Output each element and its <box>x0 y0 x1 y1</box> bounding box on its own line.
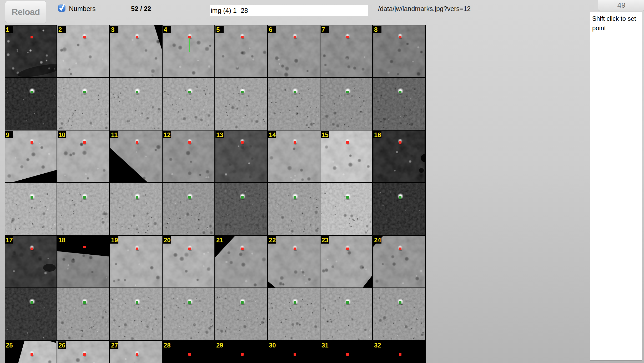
svg-text:7: 7 <box>321 26 325 33</box>
svg-text:14: 14 <box>269 131 276 138</box>
svg-text:24: 24 <box>374 236 381 244</box>
svg-text:2: 2 <box>58 26 62 33</box>
svg-text:3: 3 <box>111 26 114 33</box>
svg-text:5: 5 <box>216 26 220 33</box>
svg-text:13: 13 <box>216 131 223 138</box>
svg-text:9: 9 <box>6 131 9 138</box>
svg-text:20: 20 <box>164 236 171 244</box>
svg-text:19: 19 <box>111 236 118 244</box>
svg-text:16: 16 <box>374 131 381 138</box>
svg-text:26: 26 <box>58 342 66 349</box>
svg-text:22: 22 <box>269 236 276 244</box>
svg-text:1: 1 <box>6 26 9 33</box>
svg-text:15: 15 <box>321 131 329 138</box>
svg-text:21: 21 <box>216 236 223 244</box>
svg-text:27: 27 <box>111 342 118 349</box>
svg-text:29: 29 <box>216 342 223 349</box>
svg-text:30: 30 <box>269 342 276 349</box>
svg-text:28: 28 <box>164 342 171 349</box>
svg-text:8: 8 <box>374 26 378 33</box>
svg-text:23: 23 <box>321 236 329 244</box>
svg-text:25: 25 <box>6 342 13 349</box>
svg-text:10: 10 <box>58 131 66 138</box>
svg-text:4: 4 <box>164 26 167 33</box>
svg-text:12: 12 <box>164 131 171 138</box>
svg-text:17: 17 <box>6 236 13 244</box>
svg-text:18: 18 <box>58 236 66 244</box>
svg-text:32: 32 <box>374 342 381 349</box>
svg-text:31: 31 <box>321 342 329 349</box>
svg-text:6: 6 <box>269 26 272 33</box>
svg-text:11: 11 <box>111 131 118 138</box>
